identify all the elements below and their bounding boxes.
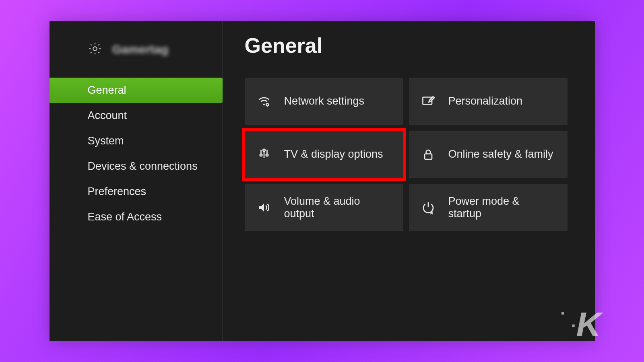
sidebar-item-general[interactable]: General [50, 78, 223, 103]
tile-volume-audio-output[interactable]: Volume & audio output [245, 184, 403, 231]
tile-label: Volume & audio output [284, 195, 391, 220]
tile-label: TV & display options [284, 148, 383, 160]
network-icon [257, 94, 271, 109]
settings-window: Gamertag General Account System Devices … [50, 21, 595, 341]
sidebar-item-system[interactable]: System [50, 128, 222, 154]
sidebar-nav: General Account System Devices & connect… [50, 78, 222, 230]
sidebar-item-devices[interactable]: Devices & connections [50, 154, 222, 179]
tile-label: Network settings [284, 95, 365, 107]
page-title: General [245, 33, 571, 58]
sidebar-item-ease-of-access[interactable]: Ease of Access [50, 204, 222, 230]
power-icon [421, 200, 436, 215]
svg-point-1 [263, 103, 264, 105]
tile-label: Power mode & startup [448, 195, 555, 220]
tile-power-mode-startup[interactable]: Power mode & startup [409, 184, 568, 231]
tile-grid: Network settings Personalization TV & di… [245, 78, 571, 231]
tile-network-settings[interactable]: Network settings [245, 78, 403, 125]
svg-point-6 [266, 154, 268, 156]
tile-label: Personalization [448, 95, 523, 107]
tile-personalization[interactable]: Personalization [409, 78, 568, 125]
sidebar-header: Gamertag [50, 33, 222, 78]
gamertag-label: Gamertag [112, 43, 169, 56]
svg-point-5 [263, 149, 265, 151]
personalize-icon [421, 94, 436, 109]
svg-point-0 [93, 47, 97, 51]
tile-label: Online safety & family [448, 148, 553, 160]
tile-online-safety-family[interactable]: Online safety & family [409, 131, 568, 178]
volume-icon [257, 200, 271, 215]
sidebar-item-preferences[interactable]: Preferences [50, 179, 222, 204]
svg-point-4 [260, 154, 262, 156]
svg-rect-7 [425, 154, 432, 159]
svg-point-2 [266, 103, 268, 106]
gear-icon [88, 41, 102, 58]
display-icon [257, 147, 271, 162]
sidebar-item-account[interactable]: Account [50, 103, 222, 128]
main-pane: General Network settings Personalization… [223, 21, 595, 341]
tile-tv-display-options[interactable]: TV & display options [245, 131, 403, 178]
lock-icon [421, 147, 436, 162]
sidebar: Gamertag General Account System Devices … [50, 21, 223, 341]
